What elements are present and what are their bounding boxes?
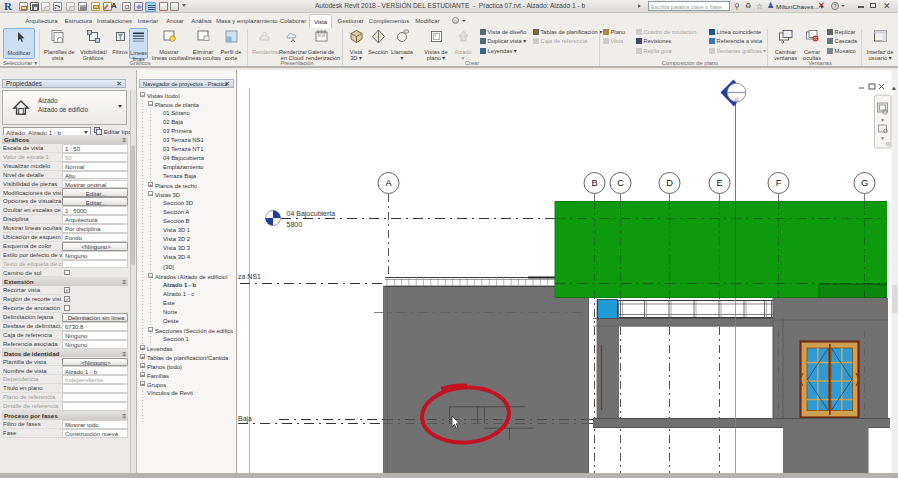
svg-text:ab: ab: [734, 97, 740, 102]
svg-text:Baja: Baja: [238, 415, 252, 423]
svg-text:5800: 5800: [287, 221, 303, 228]
svg-text:F: F: [776, 178, 782, 188]
svg-text:D: D: [666, 178, 673, 188]
svg-text:C: C: [617, 178, 624, 188]
svg-text:▾: ▾: [881, 135, 884, 141]
svg-text:▾: ▾: [881, 117, 884, 123]
svg-text:G: G: [861, 178, 868, 188]
svg-text:▲: ▲: [891, 85, 897, 91]
svg-text:B: B: [591, 178, 597, 188]
svg-text:za NS1: za NS1: [238, 273, 261, 280]
svg-text:E: E: [716, 178, 722, 188]
svg-text:04 Bajocubierta: 04 Bajocubierta: [287, 210, 336, 218]
svg-text:A: A: [385, 178, 392, 188]
